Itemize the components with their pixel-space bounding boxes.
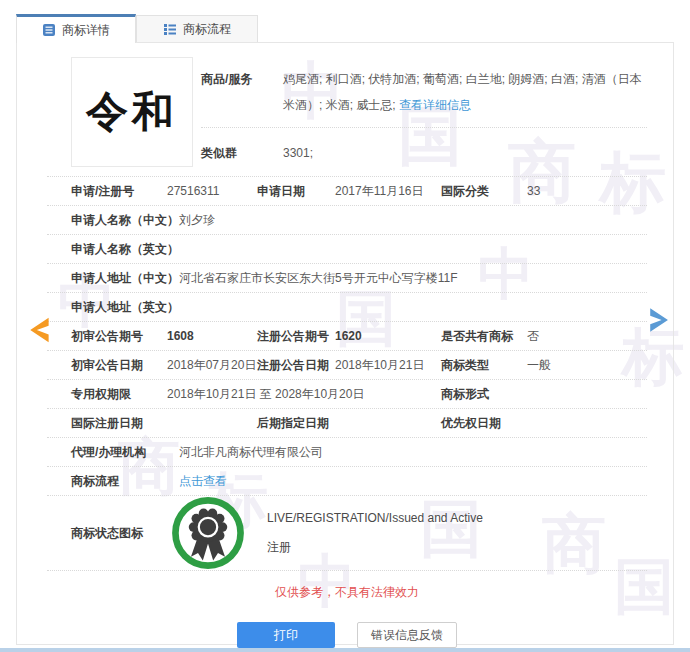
table-row: 申请人地址（中文） 河北省石家庄市长安区东大街5号开元中心写字楼11F: [47, 263, 647, 292]
field-label-reg-gazette-date: 注册公告日期: [257, 357, 335, 374]
table-row: 申请人名称（英文）: [47, 234, 647, 263]
field-label-agency: 代理/办理机构: [71, 444, 179, 461]
field-label-first-gazette-date: 初审公告日期: [71, 357, 167, 374]
trademark-status-row: 商标状态图标 LIVE/REGISTRATION/Issued and Acti…: [47, 495, 647, 570]
field-label-priority-date: 优先权日期: [441, 415, 527, 432]
table-row: 初审公告日期 2018年07月20日 注册公告日期 2018年10月21日 商标…: [47, 350, 647, 379]
field-label-applicant-cn: 申请人名称（中文）: [71, 212, 179, 229]
field-label-applicant-en: 申请人名称（英文）: [71, 241, 179, 258]
similar-group-value: 3301;: [283, 140, 647, 166]
field-value-intl-class: 33: [527, 184, 647, 198]
field-value-agency: 河北非凡商标代理有限公司: [179, 444, 647, 461]
field-label-status-icon: 商标状态图标: [71, 525, 171, 542]
field-label-intl-reg-date: 国际注册日期: [71, 415, 167, 432]
field-label-app-no: 申请/注册号: [71, 183, 167, 200]
field-value-first-gazette-no: 1608: [167, 329, 257, 343]
field-label-mark-form: 商标形式: [441, 386, 527, 403]
click-to-view-link[interactable]: 点击查看: [179, 474, 227, 488]
field-label-shared-mark: 是否共有商标: [441, 328, 527, 345]
table-row: 申请人名称（中文） 刘夕珍: [47, 205, 647, 234]
similar-group-row: 类似群 3301;: [201, 128, 647, 176]
field-label-address-cn: 申请人地址（中文）: [71, 270, 179, 287]
status-line-en: LIVE/REGISTRATION/Issued and Active: [267, 511, 483, 525]
field-label-process: 商标流程: [71, 473, 179, 490]
field-label-app-date: 申请日期: [257, 183, 335, 200]
disclaimer-text: 仅供参考，不具有法律效力: [47, 584, 647, 601]
tab-trademark-details[interactable]: 商标详情: [16, 14, 136, 43]
status-line-cn: 注册: [267, 539, 483, 556]
goods-services-row: 商品/服务 鸡尾酒; 利口酒; 伏特加酒; 葡萄酒; 白兰地; 朗姆酒; 白酒;…: [201, 57, 647, 127]
tab-bar: 商标详情 商标流程: [16, 14, 258, 43]
print-button[interactable]: 打印: [237, 622, 335, 648]
field-label-intl-class: 国际分类: [441, 183, 527, 200]
similar-group-label: 类似群: [201, 140, 271, 166]
field-value-reg-gazette-date: 2018年10月21日: [335, 357, 441, 374]
table-row: 商标流程 点击查看: [47, 466, 647, 495]
field-value-mark-type: 一般: [527, 357, 647, 374]
table-row: 代理/办理机构 河北非凡商标代理有限公司: [47, 437, 647, 466]
previous-arrow[interactable]: [25, 315, 53, 345]
next-arrow[interactable]: [646, 306, 673, 334]
field-label-first-gazette-no: 初审公告期号: [71, 328, 167, 345]
field-value-address-cn: 河北省石家庄市长安区东大街5号开元中心写字楼11F: [179, 270, 647, 287]
table-row: 初审公告期号 1608 注册公告期号 1620 是否共有商标 否: [47, 321, 647, 350]
trademark-image: 令和: [71, 57, 193, 167]
field-label-mark-type: 商标类型: [441, 357, 527, 374]
field-label-exclusive-period: 专用权期限: [71, 386, 167, 403]
trademark-detail-panel: 令和 商品/服务 鸡尾酒; 利口酒; 伏特加酒; 葡萄酒; 白兰地; 朗姆酒; …: [16, 42, 674, 645]
field-label-later-designation-date: 后期指定日期: [257, 415, 335, 432]
field-label-reg-gazette-no: 注册公告期号: [257, 328, 335, 345]
goods-services-value: 鸡尾酒; 利口酒; 伏特加酒; 葡萄酒; 白兰地; 朗姆酒; 白酒; 清酒（日本…: [283, 66, 647, 118]
tab-label: 商标详情: [62, 22, 110, 39]
field-value-reg-gazette-no: 1620: [335, 329, 441, 343]
tab-trademark-process[interactable]: 商标流程: [136, 15, 258, 42]
view-details-link[interactable]: 查看详细信息: [399, 98, 471, 112]
registered-medal-icon: [171, 496, 245, 570]
table-row: 国际注册日期 后期指定日期 优先权日期: [47, 408, 647, 437]
table-row: 专用权期限 2018年10月21日 至 2028年10月20日 商标形式: [47, 379, 647, 408]
field-value-shared-mark: 否: [527, 328, 647, 345]
field-value-app-no: 27516311: [167, 184, 257, 198]
trademark-detail-page: { "tabs": [ {"label": "商标详情", "active": …: [0, 0, 690, 652]
error-feedback-button[interactable]: 错误信息反馈: [357, 622, 457, 648]
action-buttons: 打印 错误信息反馈: [47, 622, 647, 648]
trademark-summary-section: 令和 商品/服务 鸡尾酒; 利口酒; 伏特加酒; 葡萄酒; 白兰地; 朗姆酒; …: [47, 57, 647, 176]
divider: [47, 570, 647, 571]
list-icon: [163, 22, 177, 36]
field-value-first-gazette-date: 2018年07月20日: [167, 357, 257, 374]
tab-label: 商标流程: [183, 21, 231, 38]
table-row: 申请/注册号 27516311 申请日期 2017年11月16日 国际分类 33: [47, 176, 647, 205]
field-label-address-en: 申请人地址（英文）: [71, 299, 179, 316]
document-icon: [42, 23, 56, 37]
field-value-app-date: 2017年11月16日: [335, 183, 441, 200]
trademark-image-text: 令和: [86, 84, 178, 140]
goods-services-label: 商品/服务: [201, 66, 271, 92]
field-value-exclusive-period: 2018年10月21日 至 2028年10月20日: [167, 386, 441, 403]
field-value-applicant-cn: 刘夕珍: [179, 212, 647, 229]
divider: [0, 648, 690, 652]
table-row: 申请人地址（英文）: [47, 292, 647, 321]
